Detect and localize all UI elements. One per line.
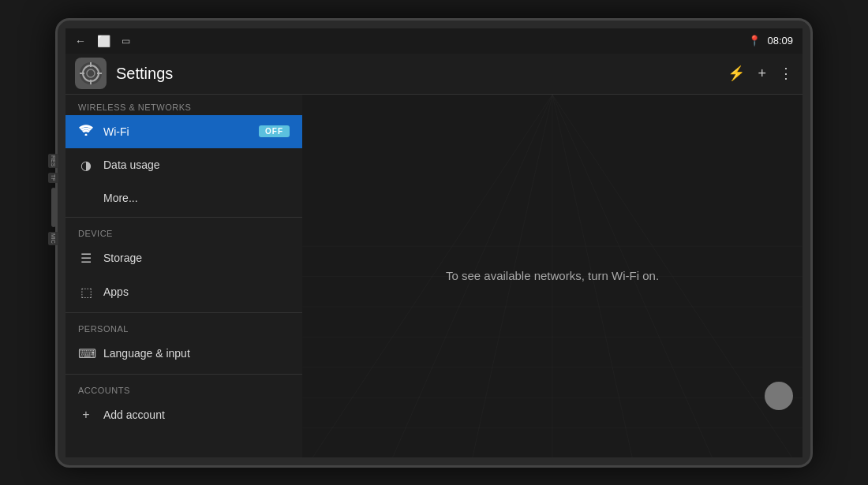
data-usage-label: Data usage [103, 159, 290, 171]
clock: 08:09 [767, 35, 793, 47]
sidebar-item-storage[interactable]: ☰ Storage [65, 241, 302, 275]
device-frame: RES TF MIC ← ⬜ ▭ 📍 08:09 [55, 18, 813, 468]
sidebar-item-data-usage[interactable]: ◑ Data usage [65, 148, 302, 182]
sidebar-item-more[interactable]: More... [65, 182, 302, 214]
back-icon[interactable]: ← [75, 35, 86, 47]
location-icon: 📍 [748, 35, 761, 47]
more-label: More... [103, 192, 290, 204]
scroll-indicator[interactable] [765, 382, 793, 410]
divider-3 [65, 374, 302, 375]
divider-1 [65, 217, 302, 218]
data-usage-icon: ◑ [78, 158, 94, 173]
sidebar-item-wifi[interactable]: Wi-Fi OFF [65, 115, 302, 148]
apps-icon: ⬚ [78, 285, 94, 300]
nav-icons: ← ⬜ ▭ [75, 35, 130, 47]
wifi-panel: To see available networks, turn Wi-Fi on… [302, 95, 803, 457]
main-content: WIRELESS & NETWORKS Wi-Fi OFF ◑ Data usa… [65, 95, 803, 457]
mic-label: MIC [48, 232, 58, 245]
language-label: Language & input [103, 347, 290, 360]
recent-icon[interactable]: ▭ [122, 35, 130, 47]
status-bar: ← ⬜ ▭ 📍 08:09 [65, 28, 803, 54]
divider-2 [65, 312, 302, 313]
settings-list: WIRELESS & NETWORKS Wi-Fi OFF ◑ Data usa… [65, 95, 302, 457]
home-icon[interactable]: ⬜ [97, 35, 110, 47]
status-icons: 📍 08:09 [748, 35, 793, 47]
wifi-status-message: To see available networks, turn Wi-Fi on… [446, 269, 659, 282]
section-personal-header: PERSONAL [65, 316, 302, 337]
add-account-label: Add account [103, 409, 290, 421]
page-title: Settings [116, 65, 728, 83]
sidebar-item-language[interactable]: ⌨ Language & input [65, 337, 302, 371]
app-bar-actions: ⚡ + ⋮ [728, 65, 793, 82]
more-options-icon[interactable]: ⋮ [779, 65, 793, 82]
tf-label: TF [48, 173, 58, 183]
apps-label: Apps [103, 285, 290, 298]
add-icon[interactable]: + [758, 65, 766, 82]
svg-point-7 [85, 133, 88, 136]
wifi-toggle[interactable]: OFF [259, 125, 290, 137]
app-icon [75, 58, 107, 89]
side-buttons: RES TF MIC [48, 154, 58, 245]
section-wireless-header: WIRELESS & NETWORKS [65, 95, 302, 115]
res-label: RES [48, 154, 58, 168]
bolt-icon[interactable]: ⚡ [728, 65, 745, 82]
app-bar: Settings ⚡ + ⋮ [65, 54, 803, 95]
add-account-icon: + [78, 408, 94, 422]
section-accounts-header: ACCOUNTS [65, 378, 302, 398]
wifi-icon [78, 125, 94, 139]
storage-icon: ☰ [78, 251, 94, 266]
storage-label: Storage [103, 252, 290, 264]
section-device-header: DEVICE [65, 221, 302, 241]
sidebar-item-apps[interactable]: ⬚ Apps [65, 275, 302, 309]
sidebar-item-add-account[interactable]: + Add account [65, 398, 302, 431]
language-icon: ⌨ [78, 346, 94, 361]
wifi-label: Wi-Fi [103, 125, 249, 138]
volume-slider[interactable] [51, 188, 56, 227]
